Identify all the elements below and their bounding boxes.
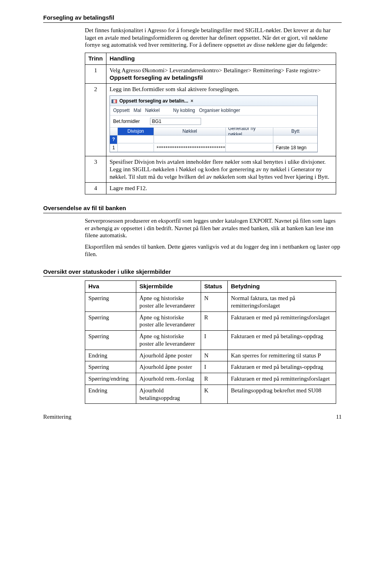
table-row: Spørring Åpne og historiske poster alle … [85,293,336,312]
cell-hva: Spørring [85,331,136,350]
step-num: 1 [85,64,106,84]
cell-hva: Spørring [85,293,136,312]
cell-status: K [201,385,228,404]
screenshot-oppsett-forsegling: Oppsett forsegling av betalin... × Oppse… [110,95,318,152]
grid-cell[interactable] [117,136,154,143]
cell-skjermbilde: Ajourhold rem.-forslag [136,373,201,385]
cell-betydning: Betalingsoppdrag bekreftet med SU08 [228,385,336,404]
step-num: 2 [85,84,106,156]
cell-skjermbilde: Ajourhold åpne poster [136,350,201,361]
flag-icon [112,99,117,103]
step-text: Lagre med F12. [106,183,336,194]
table-row: Spørring Åpne og historiske poster alle … [85,311,336,331]
col-divisjon[interactable]: Divisjon [118,128,154,136]
cell-skjermbilde: Åpne og historiske poster alle leverandø… [136,293,201,312]
grid-cell-bytt-value[interactable]: Første 18 tegn [273,144,317,152]
paragraph-intro: Det finnes funksjonalitet i Agresso for … [85,27,342,49]
grid-cell-nokkel-value[interactable]: ******************************** [154,144,226,152]
row-marker-new[interactable]: ? [110,136,117,144]
step-text: Spesifiser Divisjon hvis avtalen innehol… [106,156,336,183]
paragraph: Serverprosessen produserer en eksportfil… [85,217,342,239]
step-text-plain: Velg Agresso Økonomi> Leverandørreskontr… [110,67,321,73]
cell-betydning: Fakturaen er med på remitteringsforslage… [228,311,336,331]
cell-betydning: Fakturaen er med på betalings-oppdrag [228,331,336,350]
cell-skjermbilde: Åpne og historiske poster alle leverandø… [136,331,201,350]
grid-cell[interactable] [118,144,154,152]
col-bytt[interactable]: Bytt [273,128,317,136]
toolbar: Oppsett Mal Nøkkel Ny kobling Organiser … [110,106,317,115]
steps-table-1: Trinn Handling 1 Velg Agresso Økonomi> L… [85,53,336,194]
step-text-bold: Oppsett forsegling av betalingsfil [110,74,203,81]
table-row: Endring Ajourhold åpne poster N Kan sper… [85,350,336,361]
cell-status: I [201,331,228,350]
th-handling: Handling [106,53,336,65]
cell-hva: Endring [85,350,136,361]
row-number[interactable]: 1 [110,144,118,152]
cell-status: R [201,311,228,331]
table-row: Endring Ajourhold betalingsoppdrag K Bet… [85,385,336,404]
step-num: 4 [85,183,106,194]
table-row: Spørring Ajourhold åpne poster I Faktura… [85,361,336,373]
table-row: Spørring/endring Ajourhold rem.-forslag … [85,373,336,385]
section-heading-oversendelse: Oversendelse av fil til banken [43,205,342,213]
step-text: Velg Agresso Økonomi> Leverandørreskontr… [106,64,336,84]
cell-hva: Endring [85,385,136,404]
cell-skjermbilde: Åpne og historiske poster alle leverandø… [136,311,201,331]
cell-status: N [201,293,228,312]
table-row: Spørring Åpne og historiske poster alle … [85,331,336,350]
step-text-plain: Legg inn Bet.formidler som skal aktivere… [110,86,239,92]
grid-cell[interactable] [226,144,273,152]
cell-betydning: Kan sperres for remittering til status P [228,350,336,361]
th-hva: Hva [85,281,136,293]
cell-status: N [201,350,228,361]
close-icon[interactable]: × [190,98,193,104]
section-heading-forsegling: Forsegling av betalingsfil [43,14,342,23]
cell-status: R [201,373,228,385]
grid-cell[interactable] [154,136,226,143]
menu-oppsett[interactable]: Oppsett [113,108,130,114]
status-table: Hva Skjermbilde Status Betydning Spørrin… [85,280,336,404]
footer-title: Remittering [43,413,71,421]
paragraph: Eksportfilen må sendes til banken. Dette… [85,243,342,258]
section-heading-statuskoder: Oversikt over statuskoder i ulike skjerm… [43,268,342,277]
th-skjermbilde: Skjermbilde [136,281,201,293]
grid-cell[interactable] [226,136,273,143]
th-status: Status [201,281,228,293]
col-generator[interactable]: Generator ny nøkkel [226,128,273,136]
grid-cell[interactable] [273,136,317,143]
cell-skjermbilde: Ajourhold betalingsoppdrag [136,385,201,404]
col-nokkel[interactable]: Nøkkel [154,128,226,136]
cell-betydning: Fakturaen er med på betalings-oppdrag [228,361,336,373]
window-title: Oppsett forsegling av betalin... [119,98,188,104]
menu-ny-kobling[interactable]: Ny kobling [173,108,195,114]
cell-hva: Spørring/endring [85,373,136,385]
menu-organiser[interactable]: Organiser koblinger [199,108,240,114]
cell-status: I [201,361,228,373]
step-num: 3 [85,156,106,183]
cell-skjermbilde: Ajourhold åpne poster [136,361,201,373]
field-betformidler-input[interactable]: BG1 [150,118,201,125]
cell-hva: Spørring [85,361,136,373]
cell-betydning: Normal faktura, tas med på remitteringsf… [228,293,336,312]
cell-hva: Spørring [85,311,136,331]
step-text: Legg inn Bet.formidler som skal aktivere… [106,84,336,156]
page-number: 11 [336,413,342,421]
th-betydning: Betydning [228,281,336,293]
field-label-betformidler: Bet.formidler [113,119,147,125]
cell-betydning: Fakturaen er med på remitteringsforslage… [228,373,336,385]
menu-mal[interactable]: Mal [134,108,141,114]
menu-nokkel[interactable]: Nøkkel [145,108,159,114]
th-trinn: Trinn [85,53,106,65]
